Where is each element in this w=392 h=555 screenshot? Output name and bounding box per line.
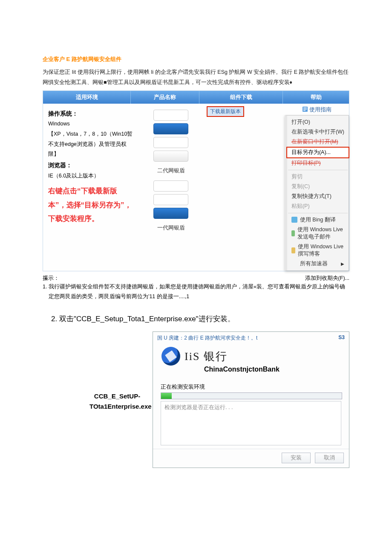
shield-device-image — [153, 123, 188, 134]
ctx-live-mail-label: 使用 Windows Live 发送电子邮件 — [297, 226, 344, 241]
svg-rect-2 — [303, 109, 307, 110]
live-mail-icon — [291, 230, 295, 236]
ctx-add-favorites[interactable]: 添加到收期央(F)... — [305, 275, 349, 282]
gen1-label: 一代网银盾 — [157, 224, 185, 232]
shield-device-image — [153, 137, 188, 148]
red-instruction: 右键点击“下载最新版本”，选择“目标另存为”，下载安装程序。 — [48, 184, 133, 226]
tab-help[interactable]: 帮助 — [283, 91, 349, 104]
ctx-save-target-as[interactable]: 目标另存为(A)... — [286, 147, 349, 158]
ctx-bing-translate[interactable]: 使用 Bing 翻译 — [287, 215, 349, 225]
browser-detail: IE（6.0及以上版本） — [48, 171, 133, 181]
intro-paragraph: 为保证您正 Iit 使用我行网上限行，使用网帙 Ii 的企北客户谓先安装我行 E… — [43, 67, 349, 88]
installer-s3: S3 — [338, 334, 345, 342]
os-heading: 操作系统： — [48, 108, 133, 119]
bing-icon — [291, 217, 297, 223]
installer-titlebar: 国 U 房建：2 曲行 E 路护航河求安全走！。t — [157, 334, 257, 342]
install-button[interactable]: 安装 — [282, 453, 311, 463]
ctx-copy: 复制(C) — [287, 182, 349, 192]
live-blog-icon — [291, 247, 295, 253]
download-latest-link[interactable]: 下载最新版本 — [207, 106, 244, 117]
exe-filename-label: CCB_E_SetUP-TOta1Enterprise.exe — [89, 331, 145, 412]
ctx-live-blog-label: 使用 Windows Live 撰写博客 — [298, 243, 344, 258]
svg-rect-1 — [303, 108, 307, 108]
browser-heading: 浏览器： — [48, 160, 133, 171]
os-detail: 【XP，Vista，7，8，10（Win10暂不支持edge浏览器）及管理员权限… — [48, 129, 133, 160]
step2-heading: 2. 双击"CCB_E_Setup_Tota1_Enterprise.exe"进… — [51, 314, 349, 324]
ctx-open-new-window[interactable]: 在新窗口中打开(M) — [287, 137, 349, 147]
bank-name-en: ChinaConstnjctonBank — [204, 366, 349, 373]
ctx-paste: 粘贴(P) — [287, 201, 349, 211]
tab-product-name[interactable]: 产品名称 — [131, 91, 199, 104]
progress-bar — [161, 392, 342, 399]
hint-body: 1. 我行疆护炳银安全组件暂不支持捷德网银盾，如果您是使用捷德网银盾的用户，清屋… — [43, 282, 349, 302]
ctx-live-blog[interactable]: 使用 Windows Live 撰写博客 — [287, 242, 349, 259]
shield-device-image — [153, 194, 188, 205]
ctx-bing-label: 使用 Bing 翻译 — [300, 216, 336, 224]
tab-download[interactable]: 组件下载 — [199, 91, 283, 104]
installer-window: 国 U 房建：2 曲行 E 路护航河求安全走！。t S3 IiS 银行 Chin… — [153, 331, 349, 468]
ccb-logo-icon — [161, 347, 180, 366]
ctx-print-target[interactable]: 打印目标(P) — [287, 158, 349, 168]
usage-guide-link[interactable]: 使用指南 — [285, 106, 349, 115]
chevron-right-icon: ▶ — [341, 262, 344, 266]
ctx-open-new-tab[interactable]: 在新选项卡中打开(W) — [287, 127, 349, 137]
cancel-button[interactable]: 取消 — [315, 453, 344, 463]
ctx-all-accelerators[interactable]: 所有加速器 ▶ — [287, 259, 349, 269]
ctx-open[interactable]: 打开(O) — [287, 117, 349, 127]
bank-name-cn: IiS 银行 — [184, 349, 228, 364]
os-windows: Windows — [48, 119, 133, 129]
shield-device-image — [153, 208, 188, 219]
guide-label: 使用指南 — [309, 107, 331, 113]
hint-label: 攥示： — [43, 275, 59, 282]
installer-log: 检测浏览器是否正在运行. . . — [161, 401, 341, 445]
doc-icon — [302, 106, 308, 112]
gen2-label: 二代网银盾 — [157, 167, 185, 174]
download-panel: 适用环境 产品名称 组件下载 帮助 操作系统： Windows 【XP，Vist… — [43, 90, 349, 271]
ctx-cut: 剪切 — [287, 172, 349, 182]
page-title: 企业客户 E 路护航网银安全组件 — [43, 55, 349, 63]
ctx-accel-label: 所有加速器 — [300, 260, 328, 267]
context-menu: 打开(O) 在新选项卡中打开(W) 在新窗口中打开(M) 目标另存为(A)...… — [285, 115, 349, 271]
shield-device-image — [153, 180, 188, 192]
shield-device-image — [153, 151, 188, 162]
svg-rect-3 — [303, 110, 306, 111]
ctx-live-email[interactable]: 使用 Windows Live 发送电子邮件 — [287, 225, 349, 242]
ctx-copy-shortcut[interactable]: 复制快捷方式(T) — [287, 192, 349, 201]
installer-status: 正在检测安装环境 — [161, 384, 341, 391]
tab-env[interactable]: 适用环境 — [43, 91, 131, 104]
shield-device-image — [153, 110, 188, 121]
